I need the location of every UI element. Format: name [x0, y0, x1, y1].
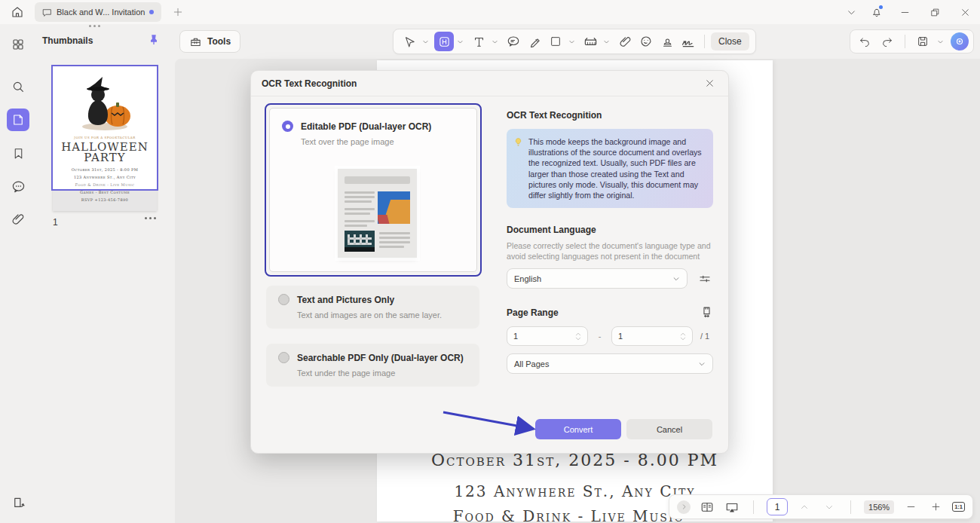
chevron-down-icon — [672, 275, 680, 283]
app-window: Black and W... Invitation — [0, 0, 980, 523]
notifications-button[interactable] — [864, 0, 890, 24]
spinner-arrows[interactable] — [575, 332, 581, 341]
sidebar-item-attachments[interactable] — [7, 208, 29, 231]
thumbnails-panel-title: Thumbnails — [42, 35, 93, 46]
save-dropdown[interactable] — [936, 32, 945, 51]
ruler-icon — [583, 35, 598, 49]
actual-size-button[interactable]: 1:1 — [952, 502, 965, 512]
radio-selected[interactable] — [282, 121, 293, 132]
thumbnail-out-of-view-overlay — [53, 191, 157, 211]
thumb-title-2: PARTY — [53, 152, 157, 163]
comment-tool-button[interactable] — [504, 32, 523, 51]
cancel-button[interactable]: Cancel — [626, 419, 712, 439]
pin-panel-button[interactable] — [148, 34, 160, 46]
chevron-down-icon — [825, 503, 834, 512]
page-range-to-input[interactable]: 1 — [611, 326, 693, 346]
ocr-dialog-header: OCR Text Recognition — [251, 71, 728, 96]
ocr-option-editable-pdf[interactable]: Editable PDF (Dual-layer OCR) Text over … — [265, 103, 482, 277]
paperclip-icon — [619, 35, 632, 48]
text-tool-button[interactable] — [469, 32, 488, 51]
select-tool-dropdown[interactable] — [421, 32, 430, 51]
ai-assistant-button[interactable] — [951, 32, 969, 50]
undo-button[interactable] — [855, 32, 874, 51]
toolbar-divider — [704, 35, 705, 48]
ocr-dialog-close-button[interactable] — [701, 75, 718, 92]
select-tool-button[interactable] — [400, 32, 419, 51]
shape-tool-dropdown[interactable] — [567, 32, 576, 51]
sidebar-item-bookmarks[interactable] — [7, 142, 29, 164]
sidebar-item-search[interactable] — [7, 75, 29, 98]
chevron-right-icon — [681, 503, 688, 510]
pencil-tool-button[interactable] — [525, 32, 544, 51]
measure-tool-dropdown[interactable] — [602, 32, 611, 51]
minimize-button[interactable] — [890, 0, 920, 24]
zoom-in-button[interactable] — [927, 499, 944, 515]
highlight-icon — [438, 35, 451, 48]
restore-button[interactable] — [920, 0, 950, 24]
close-window-button[interactable] — [950, 0, 980, 24]
expand-statusbar-button[interactable] — [677, 500, 691, 514]
chevron-down-icon — [568, 38, 575, 45]
pin-icon — [148, 34, 160, 46]
paperclip-icon — [11, 213, 25, 226]
pages-scope-select[interactable]: All Pages — [507, 353, 713, 374]
page-range-from-input[interactable]: 1 — [507, 326, 588, 346]
chevron-down-icon — [575, 337, 581, 341]
thumb-line-3: Food & Drink - Live Music — [53, 182, 157, 187]
page-range-icon[interactable] — [700, 306, 713, 319]
page-number-input[interactable]: 1 — [767, 498, 788, 515]
tools-button[interactable]: Tools — [179, 30, 240, 53]
sidebar-item-apps[interactable] — [7, 33, 29, 56]
document-tab[interactable]: Black and W... Invitation — [35, 2, 161, 22]
search-icon — [11, 80, 25, 93]
sidebar-item-comments[interactable] — [7, 175, 29, 197]
thumbnail-more-button[interactable] — [145, 217, 156, 219]
chevron-up-icon — [575, 332, 581, 336]
attachment-tool-button[interactable] — [615, 32, 635, 51]
sticker-tool-button[interactable] — [636, 32, 656, 51]
radio-unselected[interactable] — [278, 294, 289, 305]
option-label: Editable PDF (Dual-layer OCR) — [301, 121, 431, 132]
document-language-heading: Document Language — [507, 225, 713, 235]
highlight-tool-dropdown[interactable] — [455, 32, 464, 51]
ocr-option-searchable-pdf[interactable]: Searchable PDF Only (Dual-layer OCR) Tex… — [266, 344, 479, 387]
signature-tool-button[interactable] — [678, 32, 698, 51]
spinner-arrows[interactable] — [680, 332, 686, 341]
ocr-mode-info-box: This mode keeps the background image and… — [507, 129, 713, 208]
zoom-out-button[interactable] — [902, 499, 919, 515]
next-page-button[interactable] — [821, 499, 838, 515]
document-language-help: Please correctly select the document's l… — [507, 240, 713, 262]
home-button[interactable] — [6, 2, 29, 22]
close-tools-button[interactable]: Close — [711, 32, 749, 50]
titlebar-collapse-button[interactable] — [838, 0, 864, 24]
language-settings-button[interactable] — [698, 272, 712, 286]
redo-button[interactable] — [877, 32, 897, 51]
page-layout-button[interactable] — [699, 499, 715, 515]
new-tab-button[interactable] — [169, 3, 187, 21]
zoom-level[interactable]: 156% — [864, 500, 894, 514]
convert-button[interactable]: Convert — [535, 419, 621, 439]
highlight-tool-button[interactable] — [434, 32, 454, 51]
text-tool-dropdown[interactable] — [490, 32, 499, 51]
ai-assistant-icon — [954, 36, 965, 47]
stamp-tool-button[interactable] — [657, 32, 677, 51]
chevron-down-icon — [457, 38, 464, 45]
language-select[interactable]: English — [507, 268, 688, 289]
sidebar-item-thumbnails[interactable] — [7, 109, 29, 131]
previous-page-button[interactable] — [796, 499, 813, 515]
close-icon — [960, 8, 970, 17]
comments-icon — [11, 179, 26, 194]
ocr-option-text-and-pictures[interactable]: Text and Pictures Only Text and images a… — [266, 286, 479, 329]
panel-drag-handle[interactable] — [89, 25, 100, 27]
minimize-icon — [900, 8, 910, 17]
shape-tool-button[interactable] — [546, 32, 565, 51]
save-button[interactable] — [913, 32, 933, 51]
chevron-down-icon — [422, 38, 429, 45]
page-flip-button[interactable] — [7, 492, 29, 515]
presentation-mode-button[interactable] — [724, 499, 740, 515]
ocr-dialog-settings: OCR Text Recognition This mode keeps the… — [507, 103, 713, 374]
radio-unselected[interactable] — [278, 352, 289, 363]
measure-tool-button[interactable] — [580, 32, 600, 51]
page-thumbnail[interactable]: JOIN US FOR A SPOOKTACULAR HALLOWEEN PAR… — [53, 66, 157, 211]
thumb-small-heading: JOIN US FOR A SPOOKTACULAR — [53, 136, 157, 139]
